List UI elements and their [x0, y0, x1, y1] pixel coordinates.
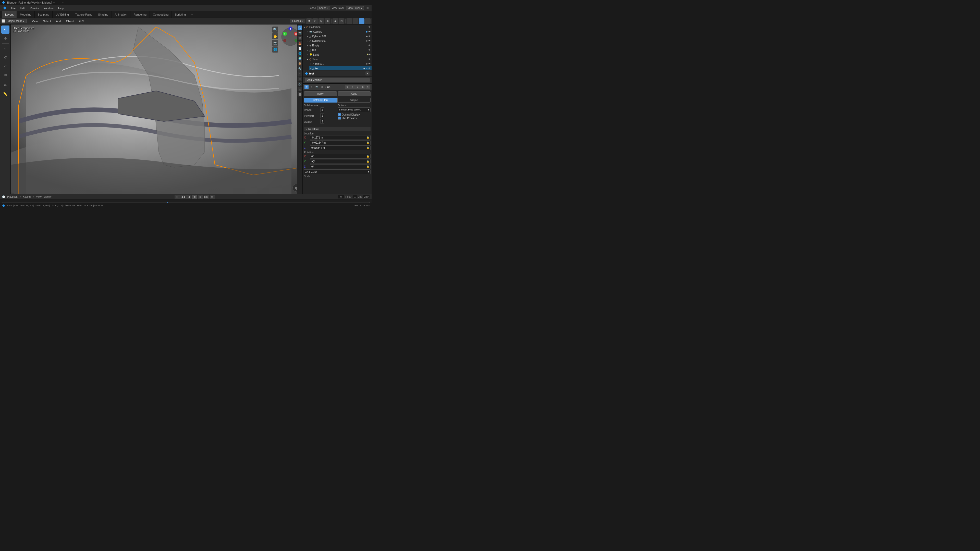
outliner-item-collection[interactable]: ▾ ⬡ Collection 👁	[303, 25, 372, 29]
prop-particles[interactable]: ✦	[298, 71, 302, 76]
header-gis[interactable]: GIS	[77, 19, 86, 23]
apply-button[interactable]: Apply	[304, 91, 337, 96]
outliner-item-empty[interactable]: ▸ ⊕ Empty 👁	[306, 43, 372, 48]
play-btn[interactable]: ▶	[198, 195, 203, 199]
modifier-render-btn[interactable]: 📷	[315, 85, 319, 89]
nav-zoom-in[interactable]: 🔍	[272, 27, 278, 33]
menu-render[interactable]: Render	[28, 6, 41, 10]
optimal-display-checkbox[interactable]: ✓	[338, 113, 341, 116]
step-back-btn[interactable]: ◀◀	[180, 195, 186, 199]
vis-icon[interactable]: 👁	[368, 35, 371, 38]
menu-window[interactable]: Window	[41, 6, 56, 10]
tab-rendering[interactable]: Rendering	[130, 11, 150, 18]
shading-material[interactable]	[353, 18, 358, 24]
outliner-item-cylinder001[interactable]: ▸ △ Cylinder.001 ◈ 👁	[306, 34, 372, 38]
prop-view-layer[interactable]: 📄	[298, 46, 302, 51]
playback-label[interactable]: Playback	[7, 195, 18, 198]
vis-icon[interactable]: 👁	[368, 30, 371, 33]
simple-tab[interactable]: Simple	[337, 98, 371, 103]
menu-help[interactable]: Help	[56, 6, 66, 10]
transform-header[interactable]: ▾ Transform	[304, 127, 371, 131]
loc-y-field[interactable]: -0.021547 m 🔒	[310, 140, 371, 145]
tab-animation[interactable]: Animation	[112, 11, 130, 18]
outliner-item-light[interactable]: ▸ 💡 Light ℹ 👁	[306, 52, 372, 57]
window-controls[interactable]: ─ □ ✕	[52, 1, 65, 4]
tab-sculpting[interactable]: Sculpting	[35, 11, 52, 18]
menu-edit[interactable]: Edit	[18, 6, 27, 10]
jump-start-btn[interactable]: ⏮	[175, 195, 180, 199]
vis-icon[interactable]: 👁	[368, 53, 371, 56]
menu-file[interactable]: File	[9, 6, 18, 10]
mod-arrow-btn[interactable]: ↑	[350, 85, 355, 89]
prop-material[interactable]: ⬤	[298, 92, 302, 97]
tab-layout[interactable]: Layout	[2, 11, 17, 18]
header-view[interactable]: View	[30, 19, 40, 23]
tool-scale[interactable]: ⤢	[1, 62, 10, 70]
rot-mode-dropdown[interactable]: XYZ Euler ▾	[304, 169, 371, 174]
maximize-button[interactable]: □	[57, 1, 60, 4]
rot-z-field[interactable]: 0° 🔒	[310, 164, 371, 169]
tab-compositing[interactable]: Compositing	[150, 11, 172, 18]
tool-move[interactable]: ↔	[1, 44, 10, 53]
xray-btn[interactable]: ⊟	[339, 18, 344, 24]
mod-delete-btn[interactable]: ✕	[366, 85, 370, 89]
props-options[interactable]: ✕	[366, 71, 369, 76]
modifier-cage-btn[interactable]: ⬡	[320, 85, 324, 89]
tab-add[interactable]: +	[189, 12, 195, 17]
vis-icon[interactable]: 👁	[368, 44, 371, 47]
jump-end-btn[interactable]: ⏭	[210, 195, 215, 199]
outliner-item-save[interactable]: ▾ ⬡ Save 👁	[306, 57, 372, 62]
outliner-item-hilt001[interactable]: ▸ △ Hilt.001 ◈ 👁	[309, 62, 372, 66]
shading-rendered[interactable]	[359, 18, 364, 24]
tab-texture-paint[interactable]: Texture Paint	[72, 11, 95, 18]
mod-arrow-down-btn[interactable]: ↓	[355, 85, 360, 89]
viewport-value-field[interactable]: 1	[320, 113, 325, 118]
tool-annotate[interactable]: ✏	[1, 81, 10, 89]
catmull-clark-tab[interactable]: Catmull-Clark	[304, 98, 337, 103]
snapping-btn[interactable]: ⊙	[312, 18, 318, 24]
prop-data[interactable]: △	[298, 87, 302, 91]
loc-x-field[interactable]: -0.1371 m 🔒	[310, 135, 371, 140]
outliner-item-hilt[interactable]: ▸ △ Hilt 👁	[306, 48, 372, 52]
nav-world[interactable]: 🌐	[272, 46, 278, 52]
copy-button[interactable]: Copy	[338, 91, 371, 96]
header-object[interactable]: Object	[64, 19, 76, 23]
step-forward-btn[interactable]: ▶▶	[204, 195, 209, 199]
prop-scene[interactable]: 📷	[298, 30, 302, 35]
render-value-field[interactable]: 2	[320, 107, 325, 112]
header-select[interactable]: Select	[41, 19, 53, 23]
overlay-btn[interactable]: ◈	[332, 18, 338, 24]
shading-wireframe[interactable]	[365, 18, 371, 24]
view-layer-dropdown[interactable]: View Layer ▾	[346, 6, 364, 10]
prop-render[interactable]: 🎬	[298, 36, 302, 40]
smooth-dropdown[interactable]: Smooth, keep corne... ▾	[338, 107, 371, 112]
outliner-item-camera[interactable]: ▸ 📷 Camera ◉ 👁	[306, 29, 372, 34]
minimize-button[interactable]: ─	[52, 1, 56, 4]
vis-icon[interactable]: 👁	[368, 49, 371, 51]
blender-menu[interactable]: 🔷	[1, 6, 9, 10]
quality-value-field[interactable]: 3	[320, 119, 325, 124]
close-button[interactable]: ✕	[61, 1, 65, 4]
vis-icon[interactable]: 👁	[368, 40, 371, 42]
tool-select[interactable]: ↖	[1, 25, 10, 34]
play-back-btn[interactable]: ◀	[186, 195, 191, 199]
use-creases-checkbox[interactable]: ✓	[338, 117, 341, 120]
transform-rotate-btn[interactable]: ↺	[306, 18, 312, 24]
marker-label[interactable]: Marker	[44, 195, 52, 198]
tab-shading[interactable]: Shading	[95, 11, 111, 18]
shading-solid[interactable]	[347, 18, 352, 24]
tool-transform[interactable]: ⊞	[1, 71, 10, 79]
stop-btn[interactable]: ■	[192, 195, 197, 199]
prop-object[interactable]: 📦	[298, 61, 302, 66]
header-options[interactable]: ⊞	[364, 6, 371, 10]
pivot-btn[interactable]: ⊕	[325, 18, 330, 24]
tool-cursor[interactable]: ✛	[1, 34, 10, 42]
vis-icon[interactable]: 👁	[368, 67, 371, 70]
prop-world[interactable]: 🌍	[298, 56, 302, 61]
modifier-vis-btn[interactable]: 👁	[304, 85, 309, 89]
nav-pan[interactable]: ✋	[272, 33, 278, 39]
loc-z-field[interactable]: 0.015344 m 🔒	[310, 145, 371, 150]
tab-scripting[interactable]: Scripting	[172, 11, 189, 18]
global-dropdown[interactable]: ⊕ Global ▾	[290, 19, 305, 23]
start-value[interactable]: 1	[353, 195, 357, 198]
